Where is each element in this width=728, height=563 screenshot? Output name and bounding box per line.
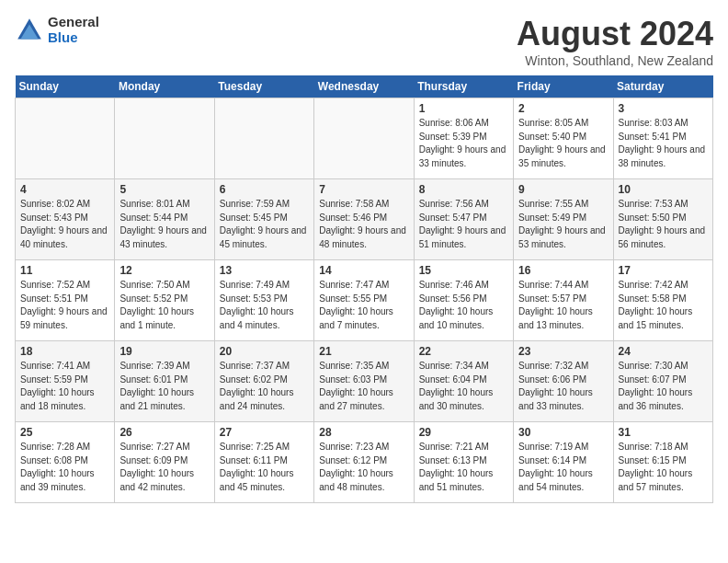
day-info: Sunrise: 7:25 AMSunset: 6:11 PMDaylight:… — [220, 441, 309, 494]
table-row: 29Sunrise: 7:21 AMSunset: 6:13 PMDayligh… — [414, 422, 513, 503]
day-number: 26 — [119, 426, 209, 439]
day-number: 23 — [518, 345, 608, 358]
day-info: Sunrise: 7:59 AMSunset: 5:45 PMDaylight:… — [220, 198, 309, 251]
table-row: 4Sunrise: 8:02 AMSunset: 5:43 PMDaylight… — [16, 179, 115, 260]
day-info: Sunrise: 7:42 AMSunset: 5:58 PMDaylight:… — [619, 279, 708, 332]
day-number: 25 — [20, 426, 109, 439]
day-number: 11 — [20, 264, 109, 277]
day-number: 4 — [20, 183, 109, 196]
day-info: Sunrise: 7:30 AMSunset: 6:07 PMDaylight:… — [619, 360, 708, 413]
header-monday: Monday — [115, 75, 214, 98]
day-number: 8 — [419, 183, 508, 196]
day-info: Sunrise: 7:53 AMSunset: 5:50 PMDaylight:… — [619, 198, 708, 251]
table-row: 31Sunrise: 7:18 AMSunset: 6:15 PMDayligh… — [613, 422, 712, 503]
day-info: Sunrise: 7:39 AMSunset: 6:01 PMDaylight:… — [119, 360, 209, 413]
day-number: 20 — [220, 345, 309, 358]
day-info: Sunrise: 7:56 AMSunset: 5:47 PMDaylight:… — [419, 198, 508, 251]
logo-blue: Blue — [48, 30, 99, 46]
table-row: 12Sunrise: 7:50 AMSunset: 5:52 PMDayligh… — [115, 260, 214, 341]
day-info: Sunrise: 7:46 AMSunset: 5:56 PMDaylight:… — [419, 279, 508, 332]
table-row: 26Sunrise: 7:27 AMSunset: 6:09 PMDayligh… — [115, 422, 214, 503]
day-number: 10 — [619, 183, 708, 196]
day-number: 22 — [419, 345, 508, 358]
day-info: Sunrise: 8:01 AMSunset: 5:44 PMDaylight:… — [119, 198, 209, 251]
day-number: 15 — [419, 264, 508, 277]
day-info: Sunrise: 7:50 AMSunset: 5:52 PMDaylight:… — [119, 279, 209, 332]
logo: General Blue — [15, 15, 99, 45]
day-info: Sunrise: 7:41 AMSunset: 5:59 PMDaylight:… — [20, 360, 109, 413]
day-number: 29 — [419, 426, 508, 439]
table-row: 16Sunrise: 7:44 AMSunset: 5:57 PMDayligh… — [514, 260, 613, 341]
day-number: 24 — [619, 345, 708, 358]
header-sunday: Sunday — [16, 75, 115, 98]
day-number: 1 — [419, 102, 508, 115]
day-number: 5 — [119, 183, 209, 196]
table-row: 9Sunrise: 7:55 AMSunset: 5:49 PMDaylight… — [514, 179, 613, 260]
table-row: 25Sunrise: 7:28 AMSunset: 6:08 PMDayligh… — [16, 422, 115, 503]
logo-text: General Blue — [48, 15, 99, 45]
day-number: 13 — [220, 264, 309, 277]
day-number: 9 — [518, 183, 608, 196]
table-row: 14Sunrise: 7:47 AMSunset: 5:55 PMDayligh… — [314, 260, 414, 341]
table-row: 3Sunrise: 8:03 AMSunset: 5:41 PMDaylight… — [613, 98, 712, 179]
table-row: 8Sunrise: 7:56 AMSunset: 5:47 PMDaylight… — [414, 179, 513, 260]
logo-general: General — [48, 15, 99, 30]
table-row: 10Sunrise: 7:53 AMSunset: 5:50 PMDayligh… — [613, 179, 712, 260]
page-subtitle: Winton, Southland, New Zealand — [517, 53, 713, 68]
table-row: 23Sunrise: 7:32 AMSunset: 6:06 PMDayligh… — [514, 341, 613, 422]
day-info: Sunrise: 7:27 AMSunset: 6:09 PMDaylight:… — [119, 441, 209, 494]
table-row: 6Sunrise: 7:59 AMSunset: 5:45 PMDaylight… — [214, 179, 313, 260]
day-number: 12 — [119, 264, 209, 277]
day-info: Sunrise: 7:49 AMSunset: 5:53 PMDaylight:… — [220, 279, 309, 332]
day-number: 16 — [518, 264, 608, 277]
table-row: 2Sunrise: 8:05 AMSunset: 5:40 PMDaylight… — [514, 98, 613, 179]
calendar-week-row: 11Sunrise: 7:52 AMSunset: 5:51 PMDayligh… — [16, 260, 713, 341]
day-number: 6 — [220, 183, 309, 196]
header-tuesday: Tuesday — [214, 75, 313, 98]
day-number: 19 — [119, 345, 209, 358]
day-info: Sunrise: 7:32 AMSunset: 6:06 PMDaylight:… — [518, 360, 608, 413]
calendar-week-row: 25Sunrise: 7:28 AMSunset: 6:08 PMDayligh… — [16, 422, 713, 503]
table-row — [214, 98, 313, 179]
day-info: Sunrise: 7:21 AMSunset: 6:13 PMDaylight:… — [419, 441, 508, 494]
page-title: August 2024 — [517, 15, 713, 53]
day-info: Sunrise: 7:47 AMSunset: 5:55 PMDaylight:… — [319, 279, 408, 332]
day-number: 27 — [220, 426, 309, 439]
calendar-week-row: 18Sunrise: 7:41 AMSunset: 5:59 PMDayligh… — [16, 341, 713, 422]
table-row: 22Sunrise: 7:34 AMSunset: 6:04 PMDayligh… — [414, 341, 513, 422]
header-wednesday: Wednesday — [314, 75, 414, 98]
day-info: Sunrise: 7:34 AMSunset: 6:04 PMDaylight:… — [419, 360, 508, 413]
day-info: Sunrise: 8:05 AMSunset: 5:40 PMDaylight:… — [518, 117, 608, 170]
logo-icon — [15, 16, 44, 45]
day-info: Sunrise: 7:44 AMSunset: 5:57 PMDaylight:… — [518, 279, 608, 332]
table-row: 5Sunrise: 8:01 AMSunset: 5:44 PMDaylight… — [115, 179, 214, 260]
table-row: 11Sunrise: 7:52 AMSunset: 5:51 PMDayligh… — [16, 260, 115, 341]
day-info: Sunrise: 8:03 AMSunset: 5:41 PMDaylight:… — [619, 117, 708, 170]
table-row: 19Sunrise: 7:39 AMSunset: 6:01 PMDayligh… — [115, 341, 214, 422]
day-number: 14 — [319, 264, 408, 277]
table-row: 18Sunrise: 7:41 AMSunset: 5:59 PMDayligh… — [16, 341, 115, 422]
day-info: Sunrise: 7:58 AMSunset: 5:46 PMDaylight:… — [319, 198, 408, 251]
table-row: 15Sunrise: 7:46 AMSunset: 5:56 PMDayligh… — [414, 260, 513, 341]
day-info: Sunrise: 7:18 AMSunset: 6:15 PMDaylight:… — [619, 441, 708, 494]
day-number: 7 — [319, 183, 408, 196]
table-row — [115, 98, 214, 179]
day-info: Sunrise: 7:35 AMSunset: 6:03 PMDaylight:… — [319, 360, 408, 413]
calendar-week-row: 4Sunrise: 8:02 AMSunset: 5:43 PMDaylight… — [16, 179, 713, 260]
day-number: 28 — [319, 426, 408, 439]
calendar-table: SundayMondayTuesdayWednesdayThursdayFrid… — [15, 75, 713, 503]
day-number: 30 — [518, 426, 608, 439]
table-row: 30Sunrise: 7:19 AMSunset: 6:14 PMDayligh… — [514, 422, 613, 503]
header-thursday: Thursday — [414, 75, 513, 98]
table-row — [314, 98, 414, 179]
day-number: 21 — [319, 345, 408, 358]
table-row: 1Sunrise: 8:06 AMSunset: 5:39 PMDaylight… — [414, 98, 513, 179]
table-row — [16, 98, 115, 179]
table-row: 20Sunrise: 7:37 AMSunset: 6:02 PMDayligh… — [214, 341, 313, 422]
table-row: 21Sunrise: 7:35 AMSunset: 6:03 PMDayligh… — [314, 341, 414, 422]
table-row: 24Sunrise: 7:30 AMSunset: 6:07 PMDayligh… — [613, 341, 712, 422]
day-info: Sunrise: 7:28 AMSunset: 6:08 PMDaylight:… — [20, 441, 109, 494]
title-block: August 2024 Winton, Southland, New Zeala… — [517, 15, 713, 68]
day-info: Sunrise: 7:19 AMSunset: 6:14 PMDaylight:… — [518, 441, 608, 494]
day-info: Sunrise: 8:06 AMSunset: 5:39 PMDaylight:… — [419, 117, 508, 170]
